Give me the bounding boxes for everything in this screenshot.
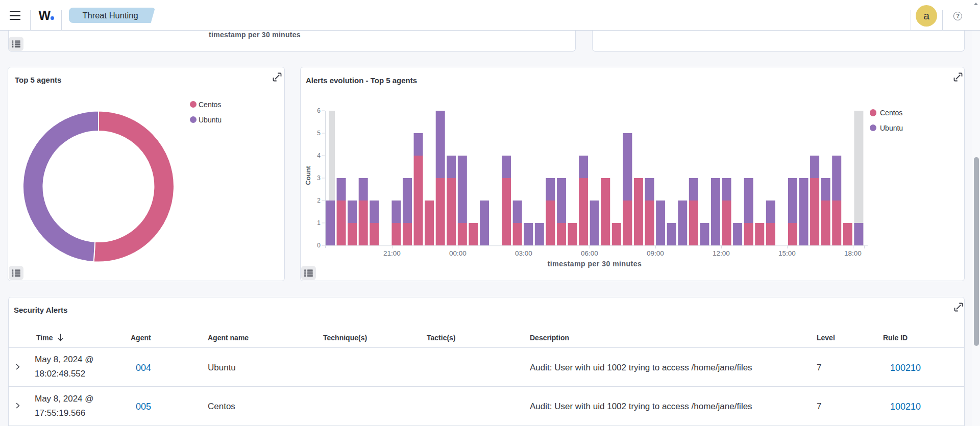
svg-text:18:00: 18:00 — [844, 249, 862, 257]
svg-text:1: 1 — [317, 219, 321, 227]
svg-text:timestamp per 30 minutes: timestamp per 30 minutes — [548, 260, 642, 268]
svg-text:03:00: 03:00 — [515, 249, 532, 257]
svg-text:0: 0 — [317, 242, 321, 249]
svg-text:5: 5 — [317, 130, 321, 137]
svg-text:15:00: 15:00 — [778, 249, 796, 257]
svg-text:00:00: 00:00 — [449, 249, 467, 257]
svg-text:4: 4 — [317, 152, 321, 159]
svg-text:09:00: 09:00 — [647, 249, 664, 257]
svg-text:Count: Count — [304, 166, 312, 185]
svg-text:21:00: 21:00 — [383, 249, 401, 257]
svg-text:2: 2 — [317, 197, 321, 204]
svg-text:6: 6 — [317, 107, 321, 114]
svg-text:3: 3 — [317, 174, 321, 182]
svg-text:12:00: 12:00 — [713, 249, 730, 257]
svg-text:06:00: 06:00 — [581, 249, 598, 257]
